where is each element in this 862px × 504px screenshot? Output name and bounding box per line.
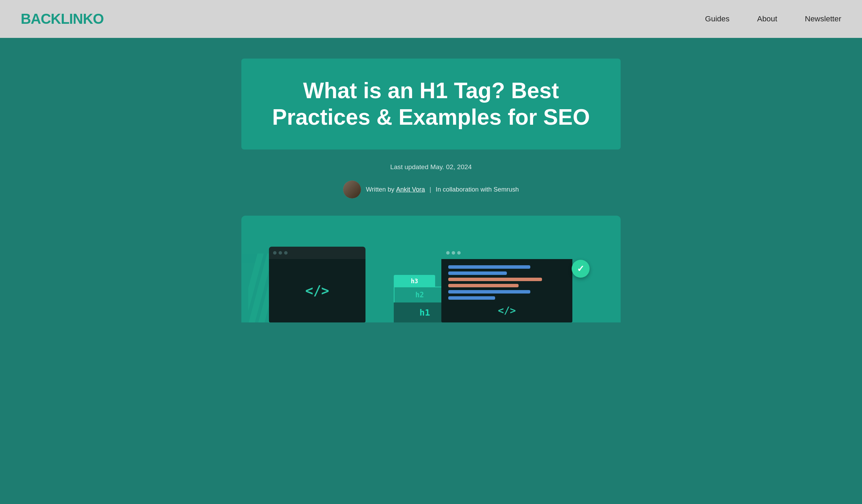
pipe-separator: | <box>430 186 433 193</box>
illustration-container: </> h3 h2 h1 <box>241 216 621 322</box>
browser-bar-left <box>269 247 365 259</box>
main-nav: Guides About Newsletter <box>705 14 841 23</box>
code-block-left: </> <box>269 247 365 322</box>
site-logo[interactable]: BACKLINKO <box>21 11 104 27</box>
h2-box: h2 <box>394 287 445 303</box>
illustration-inner: </> h3 h2 h1 <box>255 226 607 322</box>
nav-newsletter[interactable]: Newsletter <box>805 14 841 23</box>
code-tag-right: </> <box>448 305 565 316</box>
code-line-4 <box>448 284 519 287</box>
code-line-5 <box>448 290 530 294</box>
last-updated: Last updated May. 02, 2024 <box>390 163 472 171</box>
hero-section: What is an H1 Tag? Best Practices & Exam… <box>0 38 862 504</box>
dot-2 <box>279 251 282 255</box>
site-header: BACKLINKO Guides About Newsletter <box>0 0 862 38</box>
author-avatar <box>343 181 361 198</box>
code-line-2 <box>448 271 507 275</box>
meta-section: Last updated May. 02, 2024 Written by An… <box>343 163 519 198</box>
title-box: What is an H1 Tag? Best Practices & Exam… <box>241 59 621 150</box>
author-link[interactable]: Ankit Vora <box>396 186 425 193</box>
browser-bar-right <box>441 247 572 259</box>
code-area-right: </> <box>441 259 572 322</box>
dot-r2 <box>452 251 455 255</box>
code-line-6 <box>448 296 495 300</box>
author-row: Written by Ankit Vora | In collaboration… <box>343 181 519 198</box>
code-line-3 <box>448 278 542 281</box>
code-area-left: </> <box>269 259 365 322</box>
nav-guides[interactable]: Guides <box>705 14 730 23</box>
dot-1 <box>273 251 277 255</box>
avatar-face <box>343 181 361 198</box>
code-line-1 <box>448 265 530 269</box>
dot-r1 <box>446 251 450 255</box>
collaboration-text: In collaboration with Semrush <box>436 186 519 193</box>
code-tag-left: </> <box>305 283 329 298</box>
written-by-label: Written by <box>366 186 394 193</box>
code-block-right: </> <box>441 247 572 322</box>
article-title: What is an H1 Tag? Best Practices & Exam… <box>269 78 593 131</box>
nav-about[interactable]: About <box>757 14 778 23</box>
dot-r3 <box>457 251 461 255</box>
dot-3 <box>284 251 288 255</box>
check-circle: ✓ <box>572 260 590 278</box>
check-icon: ✓ <box>577 264 584 274</box>
h3-box: h3 <box>394 275 435 287</box>
author-text: Written by Ankit Vora | In collaboration… <box>366 186 519 193</box>
